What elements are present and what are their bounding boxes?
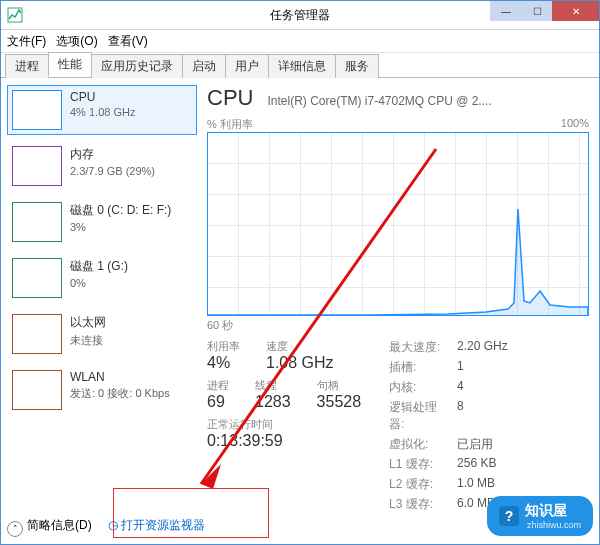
info-l2: 1.0 MB [457,476,495,493]
stat-handles: 35528 [317,393,362,411]
tab-services[interactable]: 服务 [335,54,379,78]
memory-thumb-icon [12,146,62,186]
close-button[interactable]: ✕ [552,1,599,21]
wlan-thumb-icon [12,370,62,410]
sidebar-label: CPU [70,90,135,104]
ethernet-thumb-icon [12,314,62,354]
sidebar-item-disk0[interactable]: 磁盘 0 (C: D: E: F:)3% [7,197,197,247]
tab-startup[interactable]: 启动 [182,54,226,78]
info-virtualization: 已启用 [457,436,493,453]
disk-thumb-icon [12,202,62,242]
stat-speed: 1.08 GHz [266,354,334,372]
sidebar: CPU4% 1.08 GHz 内存2.3/7.9 GB (29%) 磁盘 0 (… [7,85,197,488]
stat-uptime: 0:13:39:59 [207,432,361,450]
info-l1: 256 KB [457,456,496,473]
titlebar[interactable]: 任务管理器 — ☐ ✕ [1,1,599,30]
main-title: CPU [207,85,253,111]
sidebar-item-cpu[interactable]: CPU4% 1.08 GHz [7,85,197,135]
fewer-details-button[interactable]: ˄简略信息(D) [7,517,92,534]
tabbar: 进程 性能 应用历史记录 启动 用户 详细信息 服务 [1,53,599,78]
cpu-thumb-icon [12,90,62,130]
minimize-button[interactable]: — [490,1,521,21]
watermark-icon: ? [499,506,519,526]
tab-app-history[interactable]: 应用历史记录 [91,54,183,78]
app-icon [7,7,23,23]
tab-performance[interactable]: 性能 [48,52,92,77]
chart-xlabel: 60 秒 [207,318,589,333]
cpu-model: Intel(R) Core(TM) i7-4702MQ CPU @ 2.... [267,94,491,108]
stat-utilization: 4% [207,354,240,372]
stat-processes: 69 [207,393,229,411]
main-panel: CPU Intel(R) Core(TM) i7-4702MQ CPU @ 2.… [207,85,589,538]
info-sockets: 1 [457,359,464,376]
stat-threads: 1283 [255,393,291,411]
cpu-chart[interactable] [207,132,589,316]
annotation-highlight-box [113,488,269,538]
sidebar-item-ethernet[interactable]: 以太网未连接 [7,309,197,359]
watermark: ? 知识屋 zhishiwu.com [487,496,593,536]
menu-file[interactable]: 文件(F) [7,33,46,50]
watermark-brand: 知识屋 [525,502,581,520]
sidebar-item-disk1[interactable]: 磁盘 1 (G:)0% [7,253,197,303]
info-cores: 4 [457,379,464,396]
menu-options[interactable]: 选项(O) [56,33,97,50]
chevron-up-icon: ˄ [7,521,23,537]
watermark-url: zhishiwu.com [527,520,581,530]
maximize-button[interactable]: ☐ [521,1,552,21]
disk-thumb-icon [12,258,62,298]
sidebar-item-memory[interactable]: 内存2.3/7.9 GB (29%) [7,141,197,191]
tab-users[interactable]: 用户 [225,54,269,78]
task-manager-window: 任务管理器 — ☐ ✕ 文件(F) 选项(O) 查看(V) 进程 性能 应用历史… [0,0,600,545]
tab-processes[interactable]: 进程 [5,54,49,78]
info-max-speed: 2.20 GHz [457,339,508,356]
chart-ylabel: % 利用率 [207,117,253,132]
sidebar-item-wlan[interactable]: WLAN发送: 0 接收: 0 Kbps [7,365,197,415]
menubar: 文件(F) 选项(O) 查看(V) [1,30,599,53]
chart-ymax: 100% [561,117,589,132]
tab-details[interactable]: 详细信息 [268,54,336,78]
window-title: 任务管理器 [270,7,330,24]
info-logical-processors: 8 [457,399,464,433]
menu-view[interactable]: 查看(V) [108,33,148,50]
